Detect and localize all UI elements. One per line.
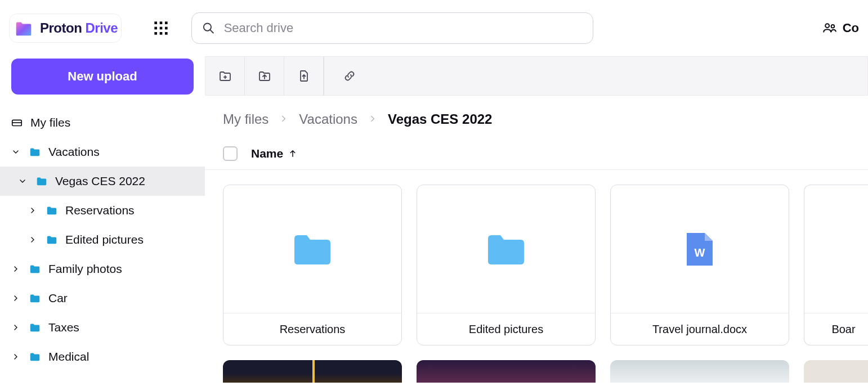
svg-rect-6 xyxy=(154,32,157,35)
file-upload-icon xyxy=(297,69,311,83)
svg-line-10 xyxy=(210,30,213,33)
chevron-right-icon xyxy=(27,234,38,245)
folder-icon xyxy=(28,321,42,334)
apps-launcher-button[interactable] xyxy=(151,18,171,38)
chevron-right-icon xyxy=(10,293,21,304)
tile-preview xyxy=(223,185,401,313)
sidebar-item-family-photos[interactable]: Family photos xyxy=(0,254,205,284)
collaborators-button[interactable]: Co xyxy=(822,21,859,35)
tile-label: Edited pictures xyxy=(417,313,595,345)
svg-rect-2 xyxy=(165,21,168,24)
chevron-down-icon xyxy=(10,146,21,158)
tile-preview: W xyxy=(611,185,789,313)
svg-rect-5 xyxy=(165,27,168,30)
folder-upload-icon xyxy=(258,69,271,83)
image-thumbnail[interactable] xyxy=(804,360,868,383)
sidebar-item-label: Vegas CES 2022 xyxy=(55,174,145,188)
tile-travel-journal[interactable]: W Travel journal.docx xyxy=(610,185,789,345)
sidebar-item-label: My files xyxy=(30,116,70,129)
folder-icon xyxy=(45,233,59,246)
sidebar-item-taxes[interactable]: Taxes xyxy=(0,313,205,342)
tile-label: Reservations xyxy=(223,313,401,345)
svg-rect-4 xyxy=(160,27,163,30)
drive-icon xyxy=(10,116,24,129)
list-header: Name xyxy=(205,137,868,170)
sidebar-item-label: Vacations xyxy=(48,145,100,159)
collaborators-label: Co xyxy=(843,21,859,35)
folder-icon xyxy=(28,145,42,159)
folder-icon xyxy=(35,174,48,188)
folder-plus-icon xyxy=(218,69,232,83)
chevron-right-icon xyxy=(279,111,289,127)
breadcrumb: My files Vacations Vegas CES 2022 xyxy=(205,96,868,137)
breadcrumb-current: Vegas CES 2022 xyxy=(388,111,492,127)
people-icon xyxy=(822,21,837,35)
sidebar-item-medical[interactable]: Medical xyxy=(0,342,205,371)
sidebar-my-files[interactable]: My files xyxy=(0,108,205,137)
sidebar-item-vacations[interactable]: Vacations xyxy=(0,137,205,167)
select-all-checkbox[interactable] xyxy=(223,146,238,161)
sidebar-item-label: Car xyxy=(48,291,68,305)
sidebar-item-label: Taxes xyxy=(48,321,79,334)
tile-reservations[interactable]: Reservations xyxy=(223,185,402,345)
app-logo-text: Proton Drive xyxy=(40,20,118,36)
folder-icon xyxy=(293,233,332,266)
svg-rect-1 xyxy=(160,21,163,24)
search-icon xyxy=(202,21,215,35)
sidebar-item-car[interactable]: Car xyxy=(0,284,205,313)
upload-file-button[interactable] xyxy=(284,56,324,96)
chevron-right-icon xyxy=(10,322,21,333)
share-link-button[interactable] xyxy=(330,56,369,96)
tile-label: Boar xyxy=(804,313,868,345)
apps-grid-icon xyxy=(153,20,169,36)
column-name-header[interactable]: Name xyxy=(251,147,298,160)
tile-edited-pictures[interactable]: Edited pictures xyxy=(417,185,596,345)
search-bar[interactable] xyxy=(191,12,593,44)
folder-icon xyxy=(45,204,59,217)
sidebar-item-label: Edited pictures xyxy=(65,233,144,246)
folder-icon xyxy=(28,291,42,305)
tile-preview xyxy=(417,185,595,313)
breadcrumb-vacations[interactable]: Vacations xyxy=(299,111,357,127)
image-thumbnail[interactable] xyxy=(223,360,402,383)
chevron-down-icon xyxy=(17,176,28,187)
new-folder-button[interactable] xyxy=(205,56,245,96)
drive-logo-icon xyxy=(13,17,34,39)
chevron-right-icon xyxy=(10,351,21,362)
folder-icon xyxy=(487,233,525,266)
sort-asc-icon xyxy=(288,149,298,159)
app-logo[interactable]: Proton Drive xyxy=(9,14,122,43)
svg-rect-3 xyxy=(154,27,157,30)
toolbar xyxy=(205,56,868,96)
image-thumbnail[interactable] xyxy=(417,360,596,383)
tile-label: Travel journal.docx xyxy=(611,313,789,345)
chevron-right-icon xyxy=(10,263,21,275)
upload-folder-button[interactable] xyxy=(245,56,284,96)
chevron-right-icon xyxy=(368,111,378,127)
sidebar-item-reservations[interactable]: Reservations xyxy=(0,196,205,225)
column-name-label: Name xyxy=(251,147,283,160)
sidebar-item-vegas[interactable]: Vegas CES 2022 xyxy=(0,167,205,196)
new-upload-button[interactable]: New upload xyxy=(11,59,194,95)
svg-point-12 xyxy=(831,25,834,28)
sidebar-item-edited-pictures[interactable]: Edited pictures xyxy=(0,225,205,254)
folder-icon xyxy=(28,262,42,276)
svg-rect-0 xyxy=(154,21,157,24)
sidebar-item-label: Reservations xyxy=(65,204,135,217)
tile-preview xyxy=(804,185,868,313)
sidebar-item-label: Family photos xyxy=(48,262,122,276)
breadcrumb-root[interactable]: My files xyxy=(223,111,269,127)
link-icon xyxy=(343,69,356,83)
chevron-right-icon xyxy=(27,205,38,216)
svg-rect-7 xyxy=(160,32,163,35)
search-input[interactable] xyxy=(224,21,583,35)
svg-rect-8 xyxy=(165,32,168,35)
svg-text:W: W xyxy=(695,246,705,259)
tile-partial[interactable]: Boar xyxy=(804,185,868,345)
image-thumbnail[interactable] xyxy=(610,360,789,383)
word-doc-icon: W xyxy=(686,232,714,267)
svg-point-11 xyxy=(825,24,829,28)
sidebar-item-label: Medical xyxy=(48,350,89,363)
folder-icon xyxy=(28,350,42,363)
